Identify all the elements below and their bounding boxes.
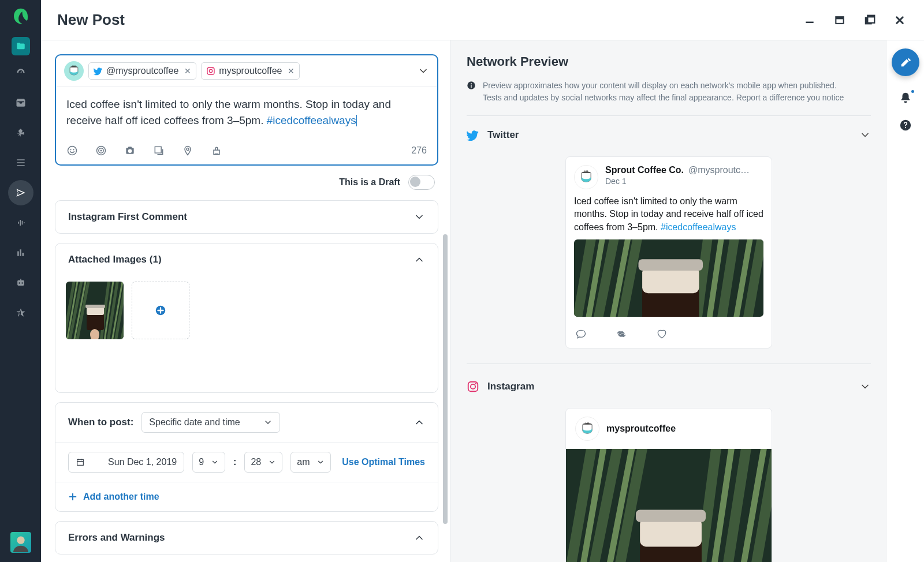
schedule-mode-select[interactable]: Specific date and time	[141, 412, 280, 433]
app-logo	[12, 7, 30, 25]
preview-note-line1: Preview approximates how your content wi…	[483, 80, 844, 92]
network-row-instagram[interactable]: Instagram	[467, 368, 871, 402]
retweet-icon[interactable]	[616, 328, 627, 340]
preview-divider	[467, 364, 871, 364]
section-title: Attached Images (1)	[68, 254, 162, 265]
emoji-button[interactable]	[66, 145, 78, 156]
nav-reports[interactable]	[8, 240, 33, 265]
chevron-up-icon	[413, 417, 425, 428]
profile-chip-twitter[interactable]: @mysproutcoffee ✕	[88, 62, 196, 80]
svg-rect-23	[215, 153, 219, 155]
nav-publish[interactable]	[8, 180, 33, 205]
profile-selector-toggle[interactable]	[418, 65, 429, 77]
add-image-button[interactable]	[132, 282, 189, 339]
page-title: New Post	[57, 11, 125, 29]
minimize-button[interactable]	[802, 12, 818, 28]
post-hashtag: #icedcoffeealways	[267, 114, 356, 126]
svg-rect-6	[806, 21, 813, 23]
nav-pin[interactable]	[8, 120, 33, 145]
compose-fab[interactable]	[892, 48, 919, 76]
info-icon	[467, 81, 476, 104]
hour-select[interactable]: 9	[192, 452, 225, 473]
user-avatar[interactable]	[10, 532, 31, 553]
scrollbar[interactable]	[443, 234, 448, 524]
preview-text: Iced coffee isn't limited to only the wa…	[566, 193, 772, 239]
svg-rect-21	[155, 147, 161, 153]
section-when-to-post: When to post: Specific date and time Sun…	[55, 402, 438, 512]
add-time-label: Add another time	[83, 492, 159, 502]
nav-reviews[interactable]	[8, 300, 33, 325]
preview-image	[566, 449, 772, 562]
nav-listening[interactable]	[8, 210, 33, 235]
twitter-preview-card: Sprout Coffee Co. @mysproutc… Dec 1 Iced…	[565, 156, 772, 349]
svg-point-28	[471, 83, 472, 84]
compose-panel: @mysproutcoffee ✕ mysproutcoffee ✕ Iced …	[41, 40, 450, 562]
composer: @mysproutcoffee ✕ mysproutcoffee ✕ Iced …	[55, 54, 438, 166]
help-button[interactable]	[899, 119, 912, 132]
twitter-icon	[467, 129, 479, 141]
preview-note-line2: Tests and updates by social networks may…	[483, 92, 844, 104]
notifications-button[interactable]	[899, 91, 912, 104]
preview-hashtag: #icedcoffeealways	[661, 222, 736, 232]
approval-button[interactable]	[211, 145, 222, 156]
svg-point-33	[905, 127, 906, 128]
instagram-icon	[467, 380, 479, 393]
nav-inbox[interactable]	[8, 90, 33, 115]
ampm-select[interactable]: am	[290, 452, 331, 473]
instagram-preview-card: mysproutcoffee	[565, 408, 772, 562]
chevron-down-icon	[413, 211, 425, 223]
nav-folder[interactable]	[12, 37, 30, 55]
camera-button[interactable]	[124, 145, 136, 156]
profile-chip-instagram[interactable]: mysproutcoffee ✕	[201, 62, 300, 80]
section-first-comment: Instagram First Comment	[55, 200, 438, 234]
select-value: Specific date and time	[149, 417, 240, 428]
section-header[interactable]: Instagram First Comment	[55, 201, 438, 233]
svg-point-5	[17, 537, 24, 544]
floating-actions	[887, 40, 924, 562]
svg-point-15	[68, 147, 77, 155]
date-value: Sun Dec 1, 2019	[108, 457, 177, 467]
target-button[interactable]	[95, 145, 107, 156]
chevron-down-icon[interactable]	[859, 381, 871, 392]
network-row-twitter[interactable]: Twitter	[467, 116, 871, 151]
network-label: Twitter	[487, 129, 519, 141]
left-nav-rail	[0, 0, 41, 562]
asset-library-button[interactable]	[153, 145, 165, 156]
preview-panel: Network Preview Preview approximates how…	[450, 40, 887, 562]
section-header[interactable]: Attached Images (1)	[55, 243, 438, 276]
chip-remove[interactable]: ✕	[184, 66, 191, 76]
datetime-row: Sun Dec 1, 2019 9 : 28 am Use Optimal Ti…	[55, 443, 438, 482]
notification-dot	[910, 89, 915, 94]
svg-rect-11	[867, 15, 874, 17]
optimal-times-link[interactable]: Use Optimal Times	[342, 457, 425, 467]
chevron-down-icon[interactable]	[859, 129, 871, 141]
section-header[interactable]: Errors and Warnings	[55, 522, 438, 554]
composer-toolbar: 276	[56, 139, 437, 164]
duplicate-button[interactable]	[862, 12, 878, 28]
post-text-input[interactable]: Iced coffee isn't limited to only the wa…	[56, 87, 437, 139]
section-title: Instagram First Comment	[68, 211, 187, 223]
close-button[interactable]	[892, 12, 908, 28]
nav-dashboard[interactable]	[8, 60, 33, 85]
nav-feeds[interactable]	[8, 150, 33, 175]
minute-select[interactable]: 28	[244, 452, 282, 473]
tweet-actions	[566, 323, 772, 348]
display-name: Sprout Coffee Co.	[605, 165, 684, 175]
chip-remove[interactable]: ✕	[288, 66, 295, 76]
reply-icon[interactable]	[575, 328, 587, 340]
preview-note: Preview approximates how your content wi…	[467, 76, 871, 116]
date-picker[interactable]: Sun Dec 1, 2019	[68, 452, 184, 473]
draft-label: This is a Draft	[339, 177, 400, 188]
section-title: Errors and Warnings	[68, 532, 165, 544]
like-icon[interactable]	[656, 328, 668, 340]
image-thumbnail[interactable]	[66, 282, 124, 339]
nav-bot[interactable]	[8, 270, 33, 295]
svg-rect-25	[77, 459, 84, 465]
location-button[interactable]	[182, 145, 193, 156]
svg-point-16	[70, 149, 71, 150]
chevron-up-icon	[413, 254, 425, 265]
add-time-button[interactable]: Add another time	[55, 482, 438, 511]
preview-image	[574, 239, 763, 317]
window-button[interactable]	[832, 12, 848, 28]
draft-toggle[interactable]	[408, 175, 435, 190]
